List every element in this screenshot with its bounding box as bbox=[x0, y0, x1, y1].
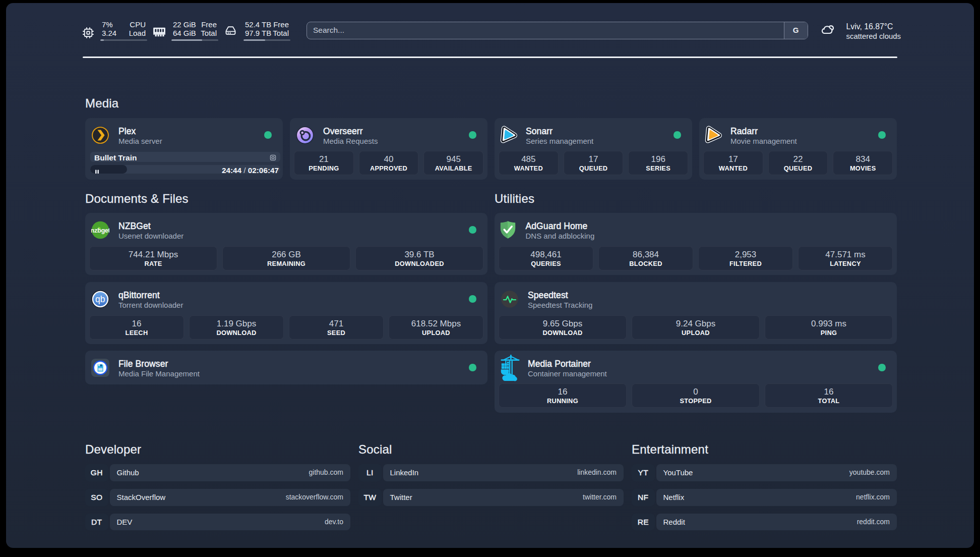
svg-text:nzbget: nzbget bbox=[91, 227, 109, 234]
svg-text:qb: qb bbox=[95, 294, 105, 304]
